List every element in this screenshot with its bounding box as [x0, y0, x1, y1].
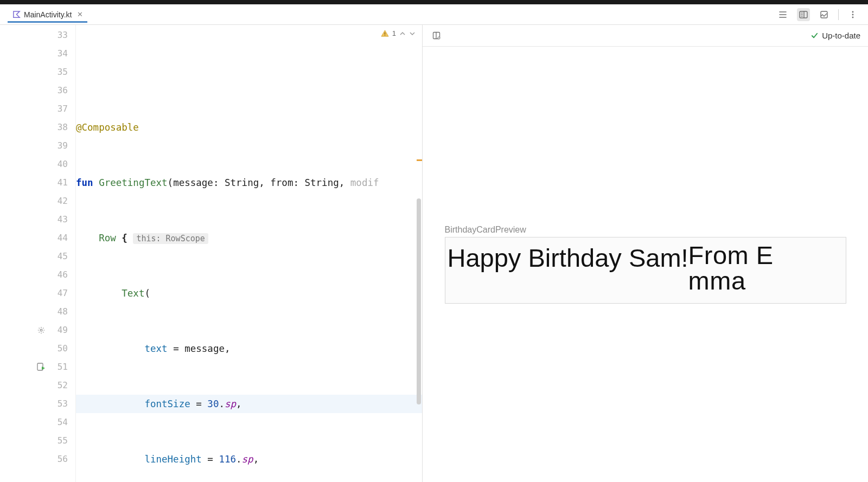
scrollbar-thumb[interactable] — [417, 198, 421, 404]
svg-rect-2 — [821, 11, 827, 18]
code-line[interactable]: text = message, — [76, 339, 422, 358]
main-split: 1 33 34 35 36 37 38 39 40 41 42 43 44 45… — [0, 25, 868, 482]
line-number: 44 — [0, 229, 75, 247]
svg-point-8 — [40, 329, 42, 331]
warning-count: 1 — [392, 29, 396, 37]
line-number: 47 — [0, 284, 75, 303]
file-tab-mainactivity[interactable]: MainActivity.kt ✕ — [8, 7, 87, 22]
line-number: 43 — [0, 210, 75, 229]
line-number: 56 — [0, 450, 75, 468]
line-number: 53 — [0, 395, 75, 413]
line-number: 45 — [0, 247, 75, 266]
code-line[interactable] — [76, 63, 422, 81]
split-view-icon[interactable] — [797, 8, 810, 21]
line-number: 40 — [0, 155, 75, 173]
line-number: 50 — [0, 339, 75, 358]
line-number: 51 — [0, 358, 75, 376]
toolbar-separator — [838, 9, 839, 20]
line-number: 34 — [0, 44, 75, 63]
line-number: 54 — [0, 413, 75, 432]
more-options-icon[interactable] — [846, 8, 859, 21]
code-line[interactable]: lineHeight = 116.sp, — [76, 450, 422, 468]
svg-rect-7 — [385, 35, 385, 35]
line-number: 33 — [0, 26, 75, 44]
editor-tab-bar: MainActivity.kt ✕ — [0, 4, 868, 25]
line-number: 48 — [0, 303, 75, 321]
preview-canvas[interactable]: BirthdayCardPreview Happy Birthday Sam! … — [423, 47, 868, 482]
inlay-hint: this: RowScope — [133, 233, 208, 244]
next-issue-icon[interactable] — [409, 30, 416, 37]
line-number: 36 — [0, 81, 75, 100]
warning-icon — [381, 29, 389, 37]
line-number: 42 — [0, 192, 75, 210]
gear-icon[interactable] — [37, 326, 45, 334]
svg-point-5 — [852, 16, 854, 18]
svg-point-4 — [852, 14, 854, 15]
line-number: 38 — [0, 118, 75, 137]
greeting-from-text: From Emma — [688, 243, 774, 293]
warning-marker[interactable] — [417, 159, 422, 161]
line-number: 35 — [0, 63, 75, 81]
line-number-gutter: 33 34 35 36 37 38 39 40 41 42 43 44 45 4… — [0, 25, 76, 482]
line-number: 39 — [0, 137, 75, 155]
preview-name-label: BirthdayCardPreview — [445, 225, 526, 235]
code-editor-pane: 1 33 34 35 36 37 38 39 40 41 42 43 44 45… — [0, 25, 423, 482]
line-number: 41 — [0, 173, 75, 192]
compose-preview-pane: Up-to-date BirthdayCardPreview Happy Bir… — [423, 25, 868, 482]
code-line[interactable]: fontSize = 30.sp, — [76, 395, 422, 413]
layout-options-icon[interactable] — [430, 29, 443, 42]
code-line[interactable]: Row { this: RowScope — [76, 229, 422, 247]
greeting-message-text: Happy Birthday Sam! — [448, 243, 688, 293]
kotlin-file-icon — [12, 10, 21, 19]
code-line[interactable]: @Composable — [76, 118, 422, 137]
svg-point-12 — [438, 37, 440, 39]
check-icon — [810, 31, 819, 40]
run-preview-icon[interactable] — [36, 362, 46, 372]
preview-status-text: Up-to-date — [822, 31, 860, 40]
line-number: 52 — [0, 376, 75, 395]
tab-bar-actions — [776, 8, 868, 21]
line-number: 55 — [0, 432, 75, 450]
file-tab-label: MainActivity.kt — [24, 10, 72, 19]
code-area[interactable]: @Composable fun GreetingText(message: St… — [76, 25, 422, 482]
inspection-indicator[interactable]: 1 — [381, 29, 416, 37]
design-view-icon[interactable] — [818, 8, 831, 21]
window-top-strip — [0, 0, 868, 4]
preview-surface[interactable]: Happy Birthday Sam! From Emma — [445, 237, 846, 303]
line-number: 37 — [0, 100, 75, 118]
list-view-icon[interactable] — [776, 8, 789, 21]
line-number: 46 — [0, 266, 75, 284]
line-number: 49 — [0, 321, 75, 339]
svg-rect-6 — [385, 33, 385, 35]
code-line[interactable]: fun GreetingText(message: String, from: … — [76, 173, 422, 192]
preview-status: Up-to-date — [810, 31, 860, 40]
svg-point-3 — [852, 11, 854, 12]
prev-issue-icon[interactable] — [399, 30, 406, 37]
code-line[interactable]: Text( — [76, 284, 422, 303]
close-icon[interactable]: ✕ — [77, 10, 83, 18]
preview-toolbar: Up-to-date — [423, 25, 868, 47]
